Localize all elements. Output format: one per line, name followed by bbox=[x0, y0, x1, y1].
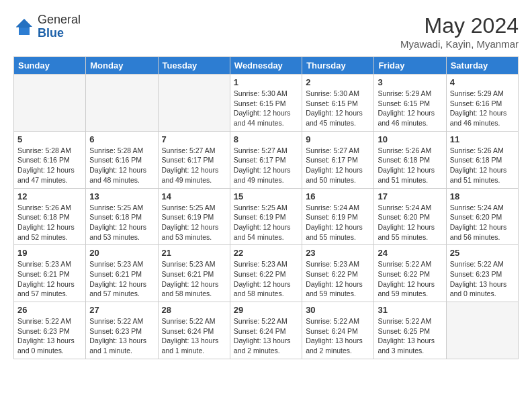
day-number: 27 bbox=[89, 305, 154, 315]
day-number: 17 bbox=[378, 191, 442, 201]
calendar-week-row: 5Sunrise: 5:28 AM Sunset: 6:16 PM Daylig… bbox=[14, 131, 519, 188]
day-number: 23 bbox=[306, 248, 370, 258]
calendar-cell: 30Sunrise: 5:22 AM Sunset: 6:24 PM Dayli… bbox=[302, 302, 374, 359]
calendar-cell: 23Sunrise: 5:23 AM Sunset: 6:22 PM Dayli… bbox=[302, 245, 374, 302]
calendar-week-row: 12Sunrise: 5:26 AM Sunset: 6:18 PM Dayli… bbox=[14, 188, 519, 245]
day-number: 19 bbox=[17, 248, 82, 258]
day-number: 11 bbox=[450, 134, 515, 144]
day-info: Sunrise: 5:23 AM Sunset: 6:21 PM Dayligh… bbox=[162, 259, 226, 299]
day-number: 16 bbox=[306, 191, 370, 201]
month-year: May 2024 bbox=[400, 13, 519, 38]
day-info: Sunrise: 5:23 AM Sunset: 6:21 PM Dayligh… bbox=[89, 259, 154, 299]
calendar-cell: 8Sunrise: 5:27 AM Sunset: 6:17 PM Daylig… bbox=[230, 131, 302, 188]
day-info: Sunrise: 5:26 AM Sunset: 6:18 PM Dayligh… bbox=[17, 203, 82, 242]
day-number: 2 bbox=[306, 77, 370, 87]
day-info: Sunrise: 5:22 AM Sunset: 6:23 PM Dayligh… bbox=[450, 259, 515, 299]
weekday-header: Thursday bbox=[302, 57, 374, 75]
calendar-cell bbox=[86, 75, 158, 132]
day-info: Sunrise: 5:26 AM Sunset: 6:18 PM Dayligh… bbox=[450, 146, 515, 185]
day-number: 30 bbox=[306, 305, 370, 315]
day-info: Sunrise: 5:23 AM Sunset: 6:21 PM Dayligh… bbox=[17, 259, 82, 299]
day-number: 14 bbox=[162, 191, 226, 201]
day-number: 4 bbox=[450, 77, 515, 87]
day-info: Sunrise: 5:22 AM Sunset: 6:24 PM Dayligh… bbox=[162, 316, 226, 356]
day-number: 20 bbox=[89, 248, 154, 258]
weekday-header: Sunday bbox=[14, 57, 86, 75]
calendar-cell: 12Sunrise: 5:26 AM Sunset: 6:18 PM Dayli… bbox=[14, 188, 86, 245]
day-number: 26 bbox=[17, 305, 82, 315]
calendar-cell: 1Sunrise: 5:30 AM Sunset: 6:15 PM Daylig… bbox=[230, 75, 302, 132]
day-info: Sunrise: 5:26 AM Sunset: 6:18 PM Dayligh… bbox=[378, 146, 442, 185]
day-number: 24 bbox=[378, 248, 442, 258]
logo-text: General Blue bbox=[38, 13, 81, 40]
calendar-cell: 16Sunrise: 5:24 AM Sunset: 6:19 PM Dayli… bbox=[302, 188, 374, 245]
day-info: Sunrise: 5:22 AM Sunset: 6:25 PM Dayligh… bbox=[378, 316, 442, 356]
weekday-header: Wednesday bbox=[230, 57, 302, 75]
calendar-cell: 27Sunrise: 5:22 AM Sunset: 6:23 PM Dayli… bbox=[86, 302, 158, 359]
day-number: 10 bbox=[378, 134, 442, 144]
day-info: Sunrise: 5:27 AM Sunset: 6:17 PM Dayligh… bbox=[234, 146, 298, 185]
weekday-header: Tuesday bbox=[158, 57, 230, 75]
day-info: Sunrise: 5:25 AM Sunset: 6:18 PM Dayligh… bbox=[89, 203, 154, 242]
calendar-table: SundayMondayTuesdayWednesdayThursdayFrid… bbox=[13, 56, 519, 359]
calendar-cell: 18Sunrise: 5:24 AM Sunset: 6:20 PM Dayli… bbox=[446, 188, 518, 245]
day-number: 6 bbox=[89, 134, 154, 144]
day-info: Sunrise: 5:30 AM Sunset: 6:15 PM Dayligh… bbox=[306, 89, 370, 128]
weekday-header: Saturday bbox=[446, 57, 518, 75]
calendar-cell: 10Sunrise: 5:26 AM Sunset: 6:18 PM Dayli… bbox=[374, 131, 446, 188]
svg-marker-1 bbox=[16, 19, 32, 28]
day-number: 12 bbox=[17, 191, 82, 201]
calendar-cell: 17Sunrise: 5:24 AM Sunset: 6:20 PM Dayli… bbox=[374, 188, 446, 245]
day-number: 9 bbox=[306, 134, 370, 144]
calendar-cell: 24Sunrise: 5:22 AM Sunset: 6:22 PM Dayli… bbox=[374, 245, 446, 302]
calendar-cell: 14Sunrise: 5:25 AM Sunset: 6:19 PM Dayli… bbox=[158, 188, 230, 245]
calendar-cell bbox=[14, 75, 86, 132]
calendar-cell: 13Sunrise: 5:25 AM Sunset: 6:18 PM Dayli… bbox=[86, 188, 158, 245]
day-number: 3 bbox=[378, 77, 442, 87]
day-number: 5 bbox=[17, 134, 82, 144]
calendar-cell: 21Sunrise: 5:23 AM Sunset: 6:21 PM Dayli… bbox=[158, 245, 230, 302]
page-header: General Blue May 2024 Myawadi, Kayin, My… bbox=[13, 13, 519, 50]
day-info: Sunrise: 5:25 AM Sunset: 6:19 PM Dayligh… bbox=[234, 203, 298, 242]
calendar-cell bbox=[158, 75, 230, 132]
calendar-week-row: 19Sunrise: 5:23 AM Sunset: 6:21 PM Dayli… bbox=[14, 245, 519, 302]
calendar-cell bbox=[446, 302, 518, 359]
day-number: 7 bbox=[162, 134, 226, 144]
day-info: Sunrise: 5:24 AM Sunset: 6:20 PM Dayligh… bbox=[378, 203, 442, 242]
day-info: Sunrise: 5:30 AM Sunset: 6:15 PM Dayligh… bbox=[234, 89, 298, 128]
day-number: 1 bbox=[234, 77, 298, 87]
weekday-header: Monday bbox=[86, 57, 158, 75]
calendar-cell: 5Sunrise: 5:28 AM Sunset: 6:16 PM Daylig… bbox=[14, 131, 86, 188]
calendar-cell: 2Sunrise: 5:30 AM Sunset: 6:15 PM Daylig… bbox=[302, 75, 374, 132]
day-info: Sunrise: 5:22 AM Sunset: 6:24 PM Dayligh… bbox=[234, 316, 298, 356]
day-info: Sunrise: 5:25 AM Sunset: 6:19 PM Dayligh… bbox=[162, 203, 226, 242]
calendar-cell: 15Sunrise: 5:25 AM Sunset: 6:19 PM Dayli… bbox=[230, 188, 302, 245]
day-info: Sunrise: 5:22 AM Sunset: 6:23 PM Dayligh… bbox=[17, 316, 82, 356]
calendar-cell: 26Sunrise: 5:22 AM Sunset: 6:23 PM Dayli… bbox=[14, 302, 86, 359]
day-number: 31 bbox=[378, 305, 442, 315]
day-info: Sunrise: 5:27 AM Sunset: 6:17 PM Dayligh… bbox=[306, 146, 370, 185]
calendar-cell: 29Sunrise: 5:22 AM Sunset: 6:24 PM Dayli… bbox=[230, 302, 302, 359]
day-info: Sunrise: 5:29 AM Sunset: 6:16 PM Dayligh… bbox=[450, 89, 515, 128]
day-info: Sunrise: 5:24 AM Sunset: 6:20 PM Dayligh… bbox=[450, 203, 515, 242]
calendar-cell: 7Sunrise: 5:27 AM Sunset: 6:17 PM Daylig… bbox=[158, 131, 230, 188]
calendar-cell: 22Sunrise: 5:23 AM Sunset: 6:22 PM Dayli… bbox=[230, 245, 302, 302]
calendar-cell: 31Sunrise: 5:22 AM Sunset: 6:25 PM Dayli… bbox=[374, 302, 446, 359]
calendar-cell: 11Sunrise: 5:26 AM Sunset: 6:18 PM Dayli… bbox=[446, 131, 518, 188]
logo-icon bbox=[13, 16, 35, 38]
day-info: Sunrise: 5:24 AM Sunset: 6:19 PM Dayligh… bbox=[306, 203, 370, 242]
day-number: 25 bbox=[450, 248, 515, 258]
day-info: Sunrise: 5:27 AM Sunset: 6:17 PM Dayligh… bbox=[162, 146, 226, 185]
calendar-cell: 3Sunrise: 5:29 AM Sunset: 6:15 PM Daylig… bbox=[374, 75, 446, 132]
day-number: 15 bbox=[234, 191, 298, 201]
calendar-cell: 19Sunrise: 5:23 AM Sunset: 6:21 PM Dayli… bbox=[14, 245, 86, 302]
day-number: 8 bbox=[234, 134, 298, 144]
day-number: 29 bbox=[234, 305, 298, 315]
logo: General Blue bbox=[13, 13, 81, 40]
location: Myawadi, Kayin, Myanmar bbox=[400, 38, 519, 50]
weekday-header-row: SundayMondayTuesdayWednesdayThursdayFrid… bbox=[14, 57, 519, 75]
day-info: Sunrise: 5:28 AM Sunset: 6:16 PM Dayligh… bbox=[89, 146, 154, 185]
calendar-week-row: 26Sunrise: 5:22 AM Sunset: 6:23 PM Dayli… bbox=[14, 302, 519, 359]
day-number: 13 bbox=[89, 191, 154, 201]
day-info: Sunrise: 5:29 AM Sunset: 6:15 PM Dayligh… bbox=[378, 89, 442, 128]
